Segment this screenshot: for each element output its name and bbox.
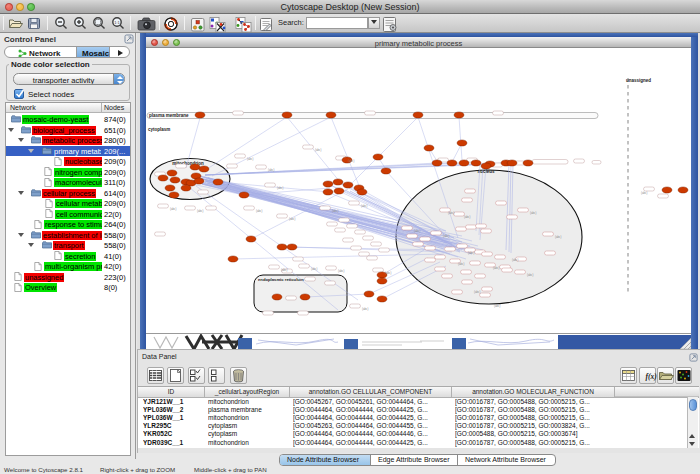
svg-text:(abc): (abc) [256,209,262,213]
svg-text:(abc): (abc) [332,209,338,213]
svg-text:(abc): (abc) [512,258,518,262]
svg-text:(abc): (abc) [527,273,533,277]
svg-text:(abc): (abc) [443,234,449,238]
svg-text:cytoplasm: cytoplasm [148,127,170,132]
svg-text:(abc): (abc) [464,215,470,219]
svg-text:(abc): (abc) [493,266,499,270]
svg-text:(abc): (abc) [170,207,176,211]
svg-text:(abc): (abc) [448,211,454,215]
svg-text:(abc): (abc) [247,157,253,161]
svg-text:f(x): f(x) [646,372,658,381]
svg-text:1:1: 1:1 [114,20,120,25]
svg-text:nucleus: nucleus [477,169,495,174]
svg-text:(abc): (abc) [338,269,344,273]
svg-text:(abc): (abc) [348,159,354,163]
svg-text:(abc): (abc) [468,251,474,255]
svg-text:(abc): (abc) [268,168,274,172]
svg-text:(abc): (abc) [281,268,287,272]
svg-text:(abc): (abc) [414,229,420,233]
svg-text:(abc): (abc) [530,211,536,215]
svg-text:endoplasmic reticulum: endoplasmic reticulum [258,277,304,282]
svg-text:(abc): (abc) [361,204,367,208]
svg-text:(abc): (abc) [315,148,321,152]
svg-text:(abc): (abc) [311,267,317,271]
svg-text:(abc): (abc) [362,307,368,311]
svg-text:(abc): (abc) [458,262,464,266]
svg-text:(abc): (abc) [555,235,561,239]
svg-text:(abc): (abc) [197,209,203,213]
svg-text:(abc): (abc) [641,191,647,195]
svg-text:(abc): (abc) [474,290,480,294]
svg-text:(abc): (abc) [289,217,295,221]
svg-text:unassigned: unassigned [626,78,651,83]
svg-text:plasma membrane: plasma membrane [149,113,189,118]
svg-text:(abc): (abc) [385,271,391,275]
svg-text:(abc): (abc) [494,304,500,308]
svg-text:(abc): (abc) [277,186,283,190]
